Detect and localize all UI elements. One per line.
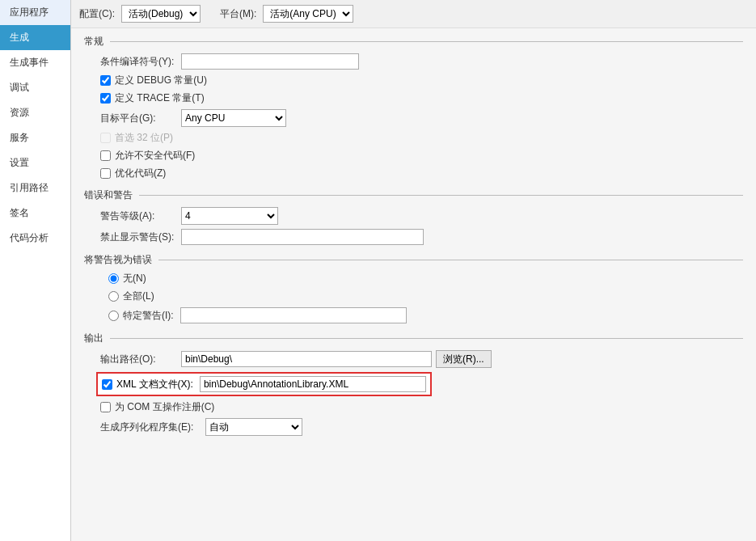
prefer32bit-checkbox (100, 133, 111, 143)
specific-radio-row: 特定警告(I): (84, 307, 743, 323)
warning-level-row: 警告等级(A): 0 1 2 3 4 (84, 207, 743, 225)
com-row: 为 COM 互操作注册(C) (84, 400, 743, 414)
platform-select[interactable]: 活动(Any CPU) Any CPU (263, 5, 353, 23)
general-title: 常规 (84, 35, 743, 49)
sidebar-item-signing[interactable]: 签名 (0, 201, 70, 226)
sidebar-item-reference-paths[interactable]: 引用路径 (0, 175, 70, 201)
sidebar-item-code-analysis[interactable]: 代码分析 (0, 226, 70, 251)
conditional-symbol-input[interactable] (181, 53, 359, 70)
target-platform-row: 目标平台(G): Any CPU x86 x64 Itanium (84, 109, 743, 127)
output-path-row: 输出路径(O): 浏览(R)... (84, 350, 743, 368)
xml-path-input[interactable] (200, 376, 426, 392)
xml-row-container: XML 文档文件(X): (84, 372, 743, 396)
treat-warnings-title: 将警告视为错误 (84, 253, 743, 267)
sidebar-item-build-events[interactable]: 生成事件 (0, 50, 70, 75)
serialize-row: 生成序列化程序集(E): 自动 打开 关闭 (84, 418, 743, 436)
prefer32bit-row: 首选 32 位(P) (84, 131, 743, 145)
output-path-label: 输出路径(O): (100, 353, 181, 366)
treat-warnings-section: 将警告视为错误 无(N) 全部(L) 特定警告(I): (84, 253, 743, 323)
com-label[interactable]: 为 COM 互操作注册(C) (115, 400, 214, 414)
sidebar-item-build[interactable]: 生成 (0, 25, 70, 50)
conditional-symbol-row: 条件编译符号(Y): (84, 53, 743, 70)
output-title: 输出 (84, 332, 743, 345)
sidebar-item-settings[interactable]: 设置 (0, 150, 70, 175)
sidebar-item-services[interactable]: 服务 (0, 125, 70, 150)
define-trace-row: 定义 TRACE 常量(T) (84, 91, 743, 105)
errors-section: 错误和警告 警告等级(A): 0 1 2 3 4 禁止显示警告(S): (84, 188, 743, 245)
serialize-select[interactable]: 自动 打开 关闭 (205, 418, 302, 436)
sidebar-item-app[interactable]: 应用程序 (0, 0, 70, 25)
top-bar: 配置(C): 活动(Debug) Debug Release 所有配置 平台(M… (71, 0, 756, 28)
config-select[interactable]: 活动(Debug) Debug Release 所有配置 (121, 5, 201, 23)
serialize-label: 生成序列化程序集(E): (100, 421, 205, 434)
optimize-label[interactable]: 优化代码(Z) (115, 167, 166, 180)
xml-highlight-wrapper: XML 文档文件(X): (96, 372, 432, 396)
specific-radio-label[interactable]: 特定警告(I): (123, 309, 174, 323)
xml-label[interactable]: XML 文档文件(X): (116, 378, 193, 391)
specific-radio[interactable] (108, 311, 119, 321)
specific-warnings-input[interactable] (180, 307, 407, 323)
allow-unsafe-label[interactable]: 允许不安全代码(F) (115, 149, 195, 163)
xml-checkbox[interactable] (102, 379, 112, 390)
general-section: 常规 条件编译符号(Y): 定义 DEBUG 常量(U) 定义 TRACE 常量… (84, 35, 743, 180)
prefer32bit-label: 首选 32 位(P) (115, 131, 173, 145)
suppress-warnings-row: 禁止显示警告(S): (84, 229, 743, 245)
suppress-warnings-input[interactable] (181, 229, 424, 245)
output-path-input[interactable] (181, 351, 432, 367)
sidebar-item-debug[interactable]: 调试 (0, 75, 70, 100)
none-radio-label[interactable]: 无(N) (123, 272, 146, 285)
com-checkbox[interactable] (100, 402, 111, 412)
none-radio-row: 无(N) (84, 272, 743, 285)
optimize-checkbox[interactable] (100, 168, 111, 179)
define-debug-row: 定义 DEBUG 常量(U) (84, 74, 743, 87)
suppress-warnings-label: 禁止显示警告(S): (100, 230, 181, 244)
all-radio[interactable] (108, 291, 119, 302)
target-platform-select[interactable]: Any CPU x86 x64 Itanium (181, 109, 286, 127)
all-radio-row: 全部(L) (84, 290, 743, 303)
define-debug-checkbox[interactable] (100, 75, 111, 86)
none-radio[interactable] (108, 273, 119, 284)
all-radio-label[interactable]: 全部(L) (123, 290, 154, 303)
sidebar-item-resources[interactable]: 资源 (0, 100, 70, 125)
content-area: 常规 条件编译符号(Y): 定义 DEBUG 常量(U) 定义 TRACE 常量… (71, 28, 756, 450)
define-debug-label[interactable]: 定义 DEBUG 常量(U) (115, 74, 207, 87)
sidebar: 应用程序 生成 生成事件 调试 资源 服务 设置 引用路径 签名 代码分析 (0, 0, 71, 541)
optimize-row: 优化代码(Z) (84, 167, 743, 180)
allow-unsafe-checkbox[interactable] (100, 150, 111, 161)
allow-unsafe-row: 允许不安全代码(F) (84, 149, 743, 163)
warning-level-select[interactable]: 0 1 2 3 4 (181, 207, 278, 225)
warning-level-label: 警告等级(A): (100, 209, 181, 223)
define-trace-label[interactable]: 定义 TRACE 常量(T) (115, 91, 205, 105)
output-section: 输出 输出路径(O): 浏览(R)... XML 文档文件(X): 为 COM … (84, 332, 743, 436)
platform-label: 平台(M): (220, 7, 256, 21)
browse-button[interactable]: 浏览(R)... (436, 350, 492, 368)
target-platform-label: 目标平台(G): (100, 112, 181, 125)
errors-title: 错误和警告 (84, 188, 743, 202)
main-content: 配置(C): 活动(Debug) Debug Release 所有配置 平台(M… (71, 0, 756, 541)
conditional-symbol-label: 条件编译符号(Y): (100, 55, 181, 69)
config-label: 配置(C): (79, 7, 115, 21)
define-trace-checkbox[interactable] (100, 93, 111, 104)
